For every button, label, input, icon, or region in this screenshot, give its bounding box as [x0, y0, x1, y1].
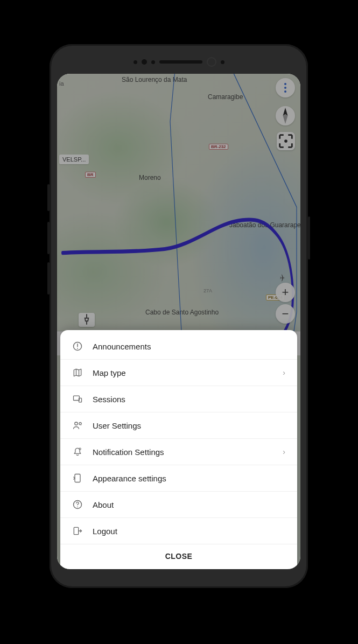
menu-item-user-settings[interactable]: User Settings — [60, 412, 297, 439]
menu-label: User Settings — [93, 421, 285, 430]
phone-frame: ia São Lourenço da Mata Camaragibe Moren… — [50, 44, 308, 588]
about-icon — [72, 499, 83, 510]
close-button[interactable]: CLOSE — [60, 544, 297, 569]
announce-icon — [72, 341, 83, 352]
menu-item-notification-settings[interactable]: Notification Settings › — [60, 439, 297, 465]
menu-item-about[interactable]: About — [60, 492, 297, 518]
maptype-icon — [72, 367, 83, 378]
screen: ia São Lourenço da Mata Camaragibe Moren… — [57, 74, 300, 569]
side-button — [308, 216, 310, 260]
menu-item-announcements[interactable]: Announcements — [60, 333, 297, 360]
menu-label: Notification Settings — [93, 447, 283, 457]
menu-item-logout[interactable]: Logout — [60, 518, 297, 544]
sessions-icon — [72, 394, 83, 404]
svg-rect-3 — [74, 396, 80, 400]
menu-label: About — [93, 500, 285, 509]
svg-point-7 — [79, 448, 81, 450]
appearance-icon — [72, 473, 83, 484]
menu-label: Map type — [93, 368, 283, 377]
svg-point-5 — [75, 422, 78, 425]
phone-top-sensors — [50, 54, 308, 70]
menu-label: Logout — [93, 527, 285, 536]
chevron-right-icon: › — [283, 368, 285, 377]
menu-label: Appearance settings — [93, 474, 285, 483]
logout-icon — [72, 526, 83, 536]
menu-label: Sessions — [93, 395, 285, 404]
notification-icon — [72, 446, 83, 457]
svg-rect-10 — [74, 527, 78, 534]
side-button — [47, 222, 50, 254]
svg-rect-8 — [75, 474, 80, 482]
side-button — [47, 184, 50, 211]
menu-item-map-type[interactable]: Map type › — [60, 360, 297, 386]
bottom-sheet: Announcements Map type › Sessions User — [60, 330, 297, 569]
chevron-right-icon: › — [283, 447, 285, 456]
side-button — [47, 262, 50, 295]
usersettings-icon — [72, 420, 83, 431]
menu-item-sessions[interactable]: Sessions — [60, 386, 297, 412]
menu-item-appearance-settings[interactable]: Appearance settings — [60, 465, 297, 492]
svg-point-6 — [79, 423, 81, 425]
menu-label: Announcements — [93, 342, 285, 351]
